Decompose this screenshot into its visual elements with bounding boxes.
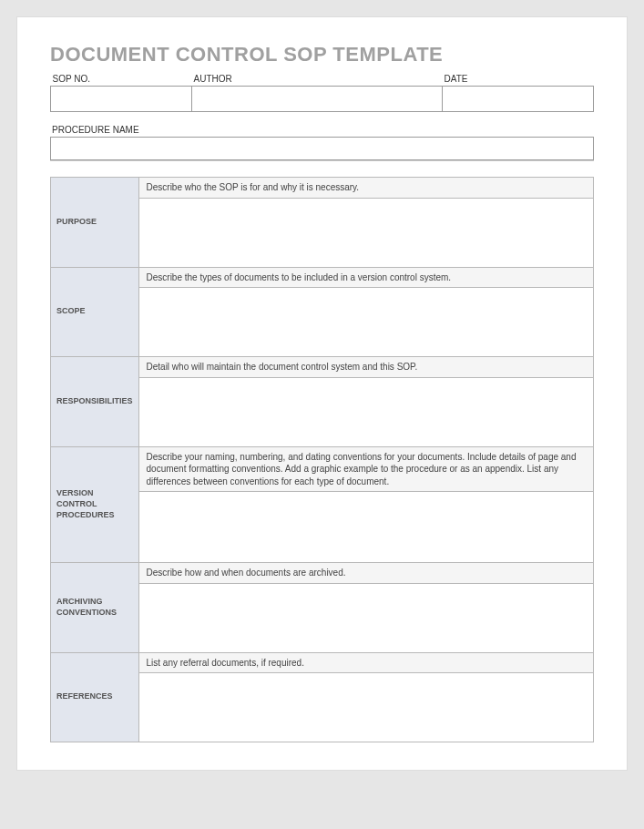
page-title: DOCUMENT CONTROL SOP TEMPLATE [50,43,594,67]
section-body[interactable] [138,377,593,446]
section-label: VERSION CONTROL PROCEDURES [51,446,139,563]
section-label: RESPONSIBILITIES [51,357,139,447]
section-body[interactable] [138,198,593,267]
date-field[interactable] [443,87,594,112]
meta-table: SOP NO. AUTHOR DATE [50,72,594,112]
sop-no-field[interactable] [51,87,192,112]
section-prompt: Detail who will maintain the document co… [138,357,593,378]
procedure-name-label: PROCEDURE NAME [52,125,594,135]
section-label: REFERENCES [51,652,139,742]
section-body[interactable] [138,583,593,652]
document-page: DOCUMENT CONTROL SOP TEMPLATE SOP NO. AU… [16,16,628,771]
section-prompt: Describe the types of documents to be in… [138,267,593,288]
sop-no-label: SOP NO. [51,72,192,87]
section-prompt: Describe your naming, numbering, and dat… [138,446,593,492]
section-body[interactable] [138,288,593,357]
section-body[interactable] [138,673,593,742]
date-label: DATE [443,72,594,87]
sections-table: PURPOSE Describe who the SOP is for and … [50,177,594,742]
section-prompt: Describe how and when documents are arch… [138,563,593,584]
author-field[interactable] [192,87,443,112]
author-label: AUTHOR [192,72,443,87]
section-prompt: List any referral documents, if required… [138,652,593,673]
procedure-name-field[interactable] [50,137,594,160]
section-prompt: Describe who the SOP is for and why it i… [138,178,593,199]
section-label: PURPOSE [51,178,139,268]
section-label: SCOPE [51,267,139,357]
section-body[interactable] [138,492,593,563]
section-label: ARCHIVING CONVENTIONS [51,563,139,653]
